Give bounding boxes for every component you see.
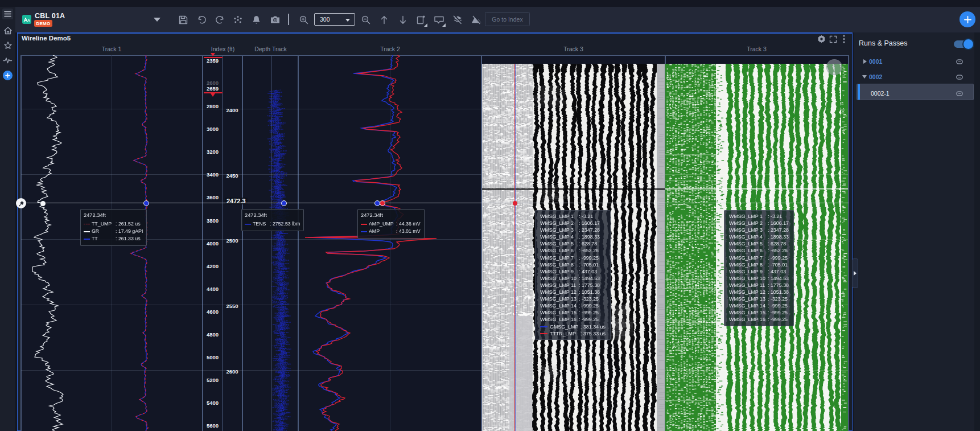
sidebar-item-star[interactable]	[0, 38, 15, 54]
sidebar-item-menu[interactable]	[2, 9, 13, 19]
tooltip-row: GR: 17.49 gAPI	[84, 228, 143, 235]
home-icon	[3, 26, 13, 35]
tooltip-value: : 261.33 us	[116, 235, 141, 243]
link-icon[interactable]	[956, 91, 963, 96]
curve-swatch	[84, 239, 90, 240]
expand-icon	[829, 35, 837, 43]
track-header-track-2: Track 2	[299, 46, 481, 52]
sidebar-item-home[interactable]	[0, 23, 15, 39]
activity-icon	[3, 56, 13, 64]
link-icon[interactable]	[956, 75, 963, 80]
tooltip-label: WMSG_LMP 8	[540, 261, 579, 268]
runs-passes-toggle[interactable]	[954, 40, 973, 48]
tooltip-value: : 381.34 us	[580, 323, 606, 330]
scroll-up-button[interactable]	[378, 14, 389, 25]
tooltip-value: : 437.03	[768, 268, 786, 275]
tooltip-label: WMSG_LMP 15	[729, 309, 768, 316]
tooltip-label: GR	[92, 228, 116, 235]
curve-swatch	[361, 224, 367, 225]
tooltip-label: TT	[92, 235, 116, 243]
gear-icon	[817, 35, 826, 43]
runs-passes-title: Runs & Passes	[859, 39, 907, 47]
index-depth-label: 5600	[203, 422, 222, 429]
chevron-down-icon[interactable]	[862, 75, 867, 79]
tooltip-value: : -999.25	[768, 255, 788, 261]
tooltip-label: WMSG_LMP 7	[729, 255, 768, 261]
sidebar-item-activity[interactable]	[0, 53, 15, 68]
tooltip-label: WMSG_LMP 5	[540, 240, 579, 247]
tooltip-label: WMSG_LMP 10	[540, 275, 579, 282]
scroll-down-button[interactable]	[397, 14, 408, 25]
tooltip-label: WMSG_LMP 12	[540, 289, 579, 295]
pass-depth-label: 2550	[223, 303, 242, 309]
tooltip-row: WMSG_LMP 10: 1494.53	[540, 275, 606, 282]
track-header-depth-track: Depth Track	[243, 46, 298, 52]
save-button[interactable]	[178, 14, 188, 25]
go-to-index-button[interactable]: Go to Index	[485, 12, 530, 26]
redo-button[interactable]	[214, 14, 225, 25]
index-depth-label: 3600	[203, 194, 222, 200]
tooltip-label: TENS	[253, 220, 270, 228]
tooltip-label: WMSG_LMP 1	[729, 213, 768, 220]
tooltip-value: : -999.25	[579, 309, 599, 316]
tooltip-value: : 1494.53	[768, 275, 789, 282]
depth-track-canvas	[243, 55, 298, 431]
zoom-scale-select[interactable]: 300	[314, 13, 355, 26]
panel-collapse-handle[interactable]	[852, 258, 858, 288]
tooltip-value: : 1775.38	[768, 282, 789, 289]
scroll-float-button[interactable]	[826, 59, 842, 75]
app-logo-icon[interactable]	[22, 15, 31, 24]
tooltip-label: WMSG_LMP 6	[540, 247, 579, 254]
tooltip-value: : 2347.28	[768, 227, 789, 233]
curve-swatch	[84, 231, 90, 232]
alerts-button[interactable]	[251, 14, 262, 25]
snapshot-button[interactable]	[270, 14, 281, 25]
auto-fit-button[interactable]	[232, 14, 243, 25]
tree-item-0002-1[interactable]: 0002-1	[859, 87, 973, 101]
tooltip-row: WMSG_LMP 11: 1775.38	[729, 282, 789, 289]
zoom-in-button[interactable]	[298, 14, 309, 25]
title-dropdown-caret[interactable]	[154, 18, 160, 22]
chevron-down-icon	[345, 19, 350, 22]
hide-alarms-button[interactable]	[471, 14, 482, 25]
cursor-pin-button[interactable]	[16, 198, 26, 208]
tooltip-row: TT: 261.33 us	[84, 235, 143, 243]
tooltip-row: WMSG_LMP 9: 437.03	[729, 268, 789, 275]
bell-icon	[252, 15, 261, 25]
link-icon[interactable]	[956, 59, 963, 64]
tooltip-value: : 1051.38	[768, 289, 789, 295]
tooltip-row: WMSG_LMP 5: 628.78	[729, 240, 789, 247]
tooltip-value: : 1606.17	[768, 220, 789, 227]
fullscreen-button[interactable]	[829, 35, 837, 46]
toolbar-separator	[288, 14, 289, 25]
zoomout-icon	[361, 15, 371, 25]
tooltip-depth: 2472.34ft	[245, 212, 300, 219]
tree-item-0001[interactable]: 0001	[859, 55, 973, 69]
tooltip-label: WMSG_LMP 11	[540, 282, 579, 289]
track-settings-button[interactable]	[817, 35, 826, 46]
tooltip-row: WMSG_LMP 14: -999.25	[540, 302, 606, 309]
tooltip-row: WMSG_LMP 11: 1775.38	[540, 282, 606, 289]
tooltip-track2: 2472.34ftAMP_UMP: 44.36 mVAMP: 43.01 mV	[357, 209, 425, 239]
mountainoff-icon	[471, 15, 482, 24]
hide-overlays-button[interactable]	[452, 14, 463, 25]
sparkle-icon	[233, 15, 243, 25]
tooltip-label: AMP_UMP	[369, 220, 396, 228]
tooltip-label: WMSG_LMP 15	[540, 309, 579, 316]
tooltip-value: : 628.78	[579, 240, 597, 247]
chevron-right-icon[interactable]	[863, 59, 867, 64]
undo-button[interactable]	[196, 14, 207, 25]
tree-item-label: 0001	[869, 58, 882, 65]
zoom-out-button[interactable]	[360, 14, 371, 25]
index-depth-label: 4600	[203, 309, 222, 315]
sidebar-add-button[interactable]	[3, 71, 13, 80]
add-button[interactable]	[960, 11, 975, 27]
tooltip-row: WMSG_LMP 2: 1606.17	[729, 220, 789, 227]
zoom-scale-value: 300	[320, 16, 330, 23]
tree-item-0002[interactable]: 0002	[859, 71, 973, 84]
track-header-index-(ft): Index (ft)	[203, 46, 242, 52]
tooltip-label: WMSG_LMP 7	[540, 255, 579, 261]
pass-depth-label: 2450	[223, 173, 242, 179]
more-options-button[interactable]	[843, 35, 845, 46]
tooltip-value: : 1494.53	[579, 275, 600, 282]
